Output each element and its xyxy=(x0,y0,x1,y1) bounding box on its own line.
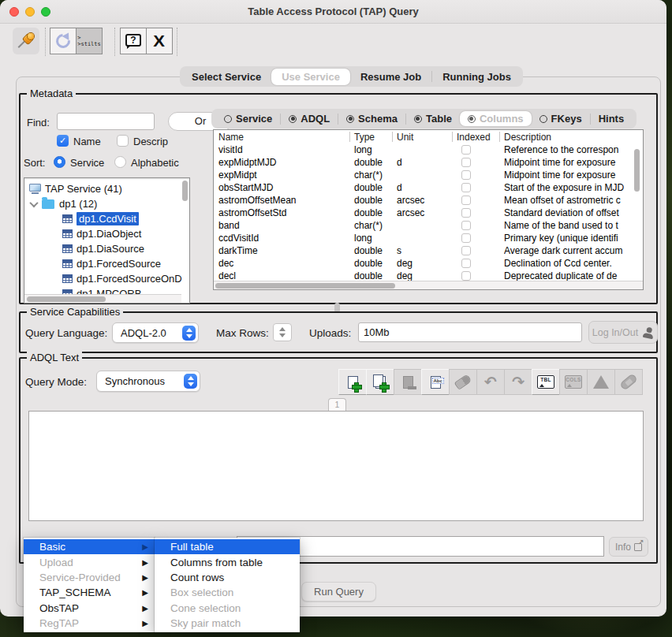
table-vertical-scrollbar[interactable] xyxy=(633,146,641,280)
clear-text-button[interactable] xyxy=(449,369,477,395)
indexed-checkbox[interactable] xyxy=(461,271,471,281)
help-button[interactable]: ? xyxy=(120,28,147,54)
table-row[interactable]: obsStartMJDdoubledStart of the exposure … xyxy=(214,181,643,194)
menu-item-count-rows[interactable]: Count rows xyxy=(155,570,300,585)
tree-item-table[interactable]: dp1.ForcedSource xyxy=(62,256,161,271)
find-input[interactable] xyxy=(57,113,155,130)
menu-item-basic[interactable]: Basic ▶ xyxy=(24,539,155,554)
window-title: Table Access Protocol (TAP) Query xyxy=(0,6,666,17)
view-tab-service[interactable]: Service xyxy=(216,111,280,126)
table-row[interactable]: darkTimedoublesAverage dark current accu… xyxy=(214,244,643,257)
adql-text-area[interactable] xyxy=(28,411,644,521)
menu-item-upload[interactable]: Upload ▶ xyxy=(24,554,155,569)
tab-use-service[interactable]: Use Service xyxy=(271,69,350,85)
indexed-checkbox[interactable] xyxy=(461,183,471,192)
tree-vertical-scrollbar[interactable] xyxy=(181,178,189,294)
adql-edit-tab[interactable]: 1 xyxy=(328,398,346,411)
table-row[interactable]: expMidptchar(*)Midpoint time for exposur… xyxy=(214,169,643,181)
add-subquery-button[interactable] xyxy=(366,369,394,395)
tab-running-jobs[interactable]: Running Jobs xyxy=(432,69,521,85)
view-tab-adql[interactable]: ADQL xyxy=(281,111,338,126)
uploads-field[interactable]: 10Mb xyxy=(358,322,582,342)
table-row[interactable]: astromOffsetStddoublearcsecStandard devi… xyxy=(214,207,643,219)
table-row[interactable]: visitIdlongReference to the correspon xyxy=(214,143,643,156)
descrip-checkbox-label: Descrip xyxy=(133,136,168,147)
table-row[interactable]: expMidptMJDdoubledMidpoint time for expo… xyxy=(214,156,643,169)
uploads-label: Uploads: xyxy=(309,327,351,339)
remove-page-icon xyxy=(403,376,413,389)
tree-item-table[interactable]: dp1.DiaSource xyxy=(62,241,144,256)
menu-item-sky-pair-match[interactable]: Sky pair match xyxy=(155,616,300,631)
example-info-button[interactable]: Info xyxy=(609,537,648,557)
view-tab-columns[interactable]: Columns xyxy=(460,111,532,126)
insert-table-button[interactable]: TBL xyxy=(532,369,560,395)
chevron-down-icon[interactable] xyxy=(29,198,38,207)
columns-table: Name Type Unit Indexed Description visit… xyxy=(213,129,644,290)
indexed-checkbox[interactable] xyxy=(461,196,471,205)
indexed-checkbox[interactable] xyxy=(461,221,471,230)
login-button[interactable]: Log In/Out xyxy=(588,321,658,344)
remove-example-button[interactable] xyxy=(394,369,422,395)
view-tab-fkeys[interactable]: FKeys xyxy=(532,111,590,126)
header-unit: Unit xyxy=(397,132,413,143)
menu-item-tap-schema[interactable]: TAP_SCHEMA ▶ xyxy=(24,585,155,600)
query-language-select[interactable]: ADQL-2.0 xyxy=(112,322,199,343)
reload-button[interactable] xyxy=(50,28,77,54)
menu-item-cone-selection[interactable]: Cone selection xyxy=(155,601,300,616)
menu-item-regtap[interactable]: RegTAP ▶ xyxy=(24,616,155,631)
indexed-checkbox[interactable] xyxy=(461,246,471,255)
view-tab-table[interactable]: Table xyxy=(406,111,460,126)
menu-item-service-provided[interactable]: Service-Provided ▶ xyxy=(24,570,155,585)
view-tab-schema[interactable]: Schema xyxy=(338,111,405,126)
indexed-checkbox[interactable] xyxy=(461,145,471,155)
menu-item-obstap[interactable]: ObsTAP ▶ xyxy=(24,601,155,616)
redo-button[interactable]: ↷ xyxy=(504,369,532,395)
fix-text-button[interactable] xyxy=(614,369,643,395)
tree-item-dp1-schema[interactable]: dp1 (12) xyxy=(31,196,97,211)
tab-select-service[interactable]: Select Service xyxy=(181,69,271,85)
tree-item-tap-service[interactable]: TAP Service (41) xyxy=(29,181,122,196)
name-checkbox[interactable]: ✓ xyxy=(57,135,69,147)
header-type: Type xyxy=(354,132,375,143)
indexed-checkbox[interactable] xyxy=(461,208,471,218)
query-mode-select[interactable]: Synchronous xyxy=(96,371,200,392)
tree-item-table[interactable]: dp1.ForcedSourceOnD xyxy=(62,271,182,286)
table-row[interactable]: ccdVisitIdlongPrimary key (unique identi… xyxy=(214,232,643,244)
table-row[interactable]: decdoubledegDeclination of Ccd center. xyxy=(214,257,643,270)
sort-alphabetic-radio[interactable] xyxy=(114,156,126,168)
tree-item-table[interactable]: dp1.CcdVisit xyxy=(62,211,139,226)
close-window-button[interactable]: X xyxy=(146,28,173,54)
sort-service-radio[interactable] xyxy=(54,156,65,168)
pin-window-button[interactable] xyxy=(13,28,39,54)
submenu-arrow-icon: ▶ xyxy=(142,573,148,582)
parse-errors-button[interactable] xyxy=(587,369,615,395)
header-indexed: Indexed xyxy=(457,132,491,143)
table-row[interactable]: bandchar(*)Name of the band used to t xyxy=(214,219,643,232)
view-tab-hints[interactable]: Hints xyxy=(591,111,633,126)
indexed-checkbox[interactable] xyxy=(461,170,471,180)
desktop: Table Access Protocol (TAP) Query > >sti… xyxy=(0,0,672,637)
indexed-checkbox[interactable] xyxy=(461,158,471,167)
tab-resume-job[interactable]: Resume Job xyxy=(350,69,431,85)
menu-item-columns-from-table[interactable]: Columns from table xyxy=(155,554,300,569)
descrip-checkbox[interactable] xyxy=(117,135,129,147)
table-row[interactable]: astromOffsetMeandoublearcsecMean offset … xyxy=(214,194,643,207)
run-query-button[interactable]: Run Query xyxy=(301,582,376,602)
add-example-button[interactable] xyxy=(338,369,367,395)
tree-horizontal-scrollbar[interactable] xyxy=(24,294,181,303)
radio-filled-icon xyxy=(414,115,422,123)
insert-columns-button[interactable]: COLS xyxy=(559,369,588,395)
adql-toolbar: Abc ↶ ↷ TBL COLS xyxy=(339,369,643,395)
menu-item-box-selection[interactable]: Box selection xyxy=(155,585,300,600)
max-rows-spinner[interactable] xyxy=(273,323,292,341)
rename-example-button[interactable]: Abc xyxy=(421,369,450,395)
indexed-checkbox[interactable] xyxy=(461,259,471,268)
menu-item-full-table[interactable]: Full table xyxy=(155,539,300,554)
submenu-arrow-icon: ▶ xyxy=(142,542,148,551)
tree-item-table[interactable]: dp1.DiaObject xyxy=(62,226,141,241)
stilts-button[interactable]: > >stilts xyxy=(76,28,103,54)
undo-button[interactable]: ↶ xyxy=(476,369,505,395)
table-horizontal-scrollbar[interactable] xyxy=(214,281,644,289)
close-icon: X xyxy=(154,33,166,49)
indexed-checkbox[interactable] xyxy=(461,233,471,243)
